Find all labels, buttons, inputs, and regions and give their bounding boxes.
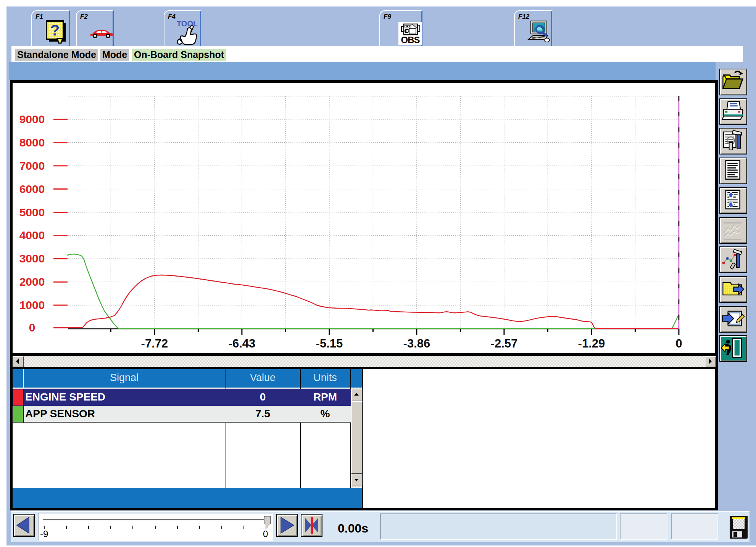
svg-text:-3.86: -3.86 [403, 337, 430, 350]
svg-text:OBS: OBS [401, 35, 420, 45]
svg-text:?: ? [50, 22, 60, 39]
svg-text:1000: 1000 [19, 299, 45, 311]
svg-text:7000: 7000 [19, 159, 45, 172]
svg-text:-5.15: -5.15 [316, 337, 343, 350]
svg-text:0: 0 [29, 321, 35, 334]
svg-text:-6.43: -6.43 [229, 337, 256, 350]
svg-text:-7.72: -7.72 [141, 337, 168, 350]
svg-text:-1.29: -1.29 [578, 337, 605, 350]
svg-text:6000: 6000 [19, 183, 45, 195]
svg-text:3000: 3000 [19, 252, 45, 265]
svg-text:5000: 5000 [19, 206, 45, 219]
svg-text:-2.57: -2.57 [491, 337, 518, 350]
svg-text:4000: 4000 [19, 229, 45, 241]
svg-text:8000: 8000 [19, 136, 45, 149]
svg-text:2000: 2000 [19, 275, 45, 288]
svg-text:0: 0 [675, 337, 682, 350]
svg-text:9000: 9000 [19, 113, 45, 125]
